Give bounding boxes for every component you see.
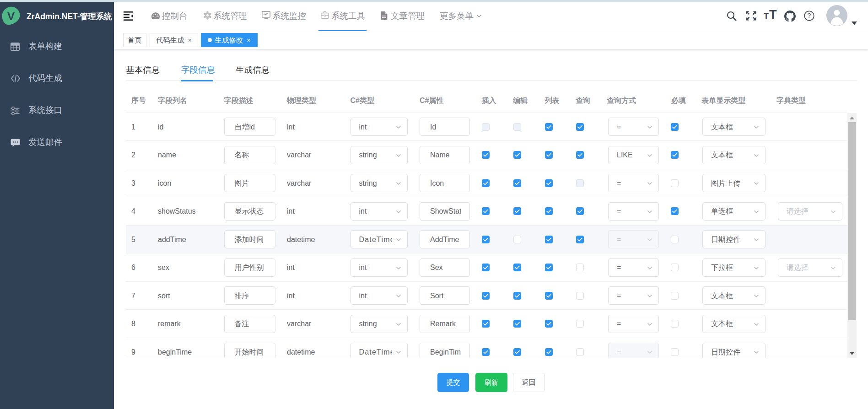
svg-text:V: V	[7, 10, 15, 22]
svg-text:?: ?	[808, 12, 811, 19]
